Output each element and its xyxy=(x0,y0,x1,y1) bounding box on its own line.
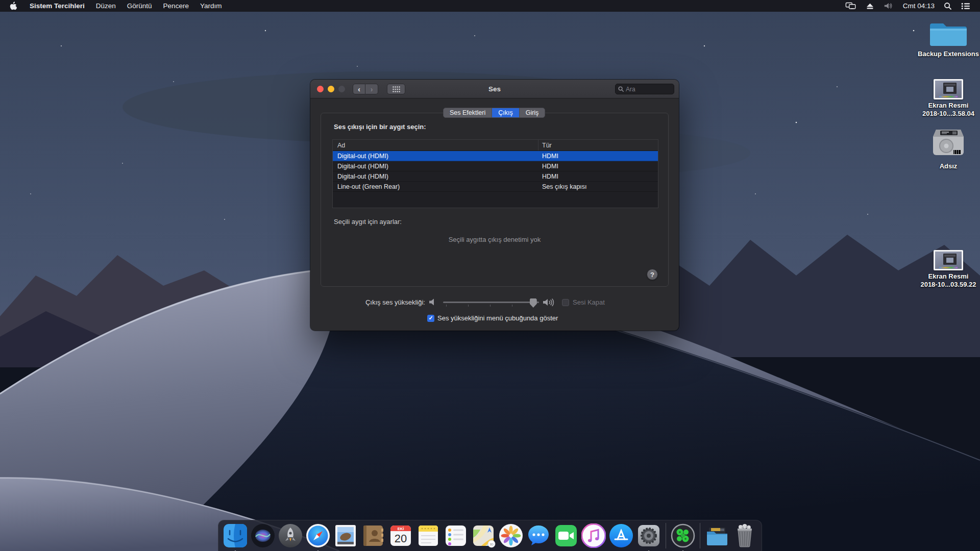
table-header: Ad Tür xyxy=(333,140,658,151)
menu-item-app-name[interactable]: Sistem Tercihleri xyxy=(24,0,90,12)
tab-ses-efektleri[interactable]: Ses Efektleri xyxy=(444,108,492,117)
dock-facetime-icon[interactable] xyxy=(553,523,579,548)
dock-trash-icon[interactable] xyxy=(732,523,757,548)
dock-contacts-icon[interactable] xyxy=(360,523,386,548)
calendar-day: 20 xyxy=(395,532,407,545)
slider-track[interactable] xyxy=(443,302,539,303)
window-titlebar[interactable]: ‹ › Ses xyxy=(310,80,679,98)
dock-siri-icon[interactable] xyxy=(250,523,276,548)
desktop-icon-label-line2: 2018-10...3.58.04 xyxy=(922,110,974,118)
tab-bar: Ses Efektleri Çıkış Giriş xyxy=(443,108,545,118)
output-volume-row: Çıkış ses yüksekliği: Sesi Kapat xyxy=(310,297,679,308)
desktop-icon-label-line2: 2018-10...03.59.22 xyxy=(920,281,976,289)
speaker-loud-icon xyxy=(543,298,557,308)
nav-buttons: ‹ › xyxy=(353,84,378,94)
eject-icon[interactable] xyxy=(861,3,879,10)
slider-tick xyxy=(490,305,491,307)
help-button[interactable]: ? xyxy=(647,269,658,280)
calendar-month: EKİ xyxy=(398,527,404,531)
dock-safari-icon[interactable] xyxy=(305,523,331,548)
screenshot-thumbnail-icon xyxy=(934,250,963,270)
menu-item-duzen[interactable]: Düzen xyxy=(90,0,121,12)
show-volume-in-menubar-row: ✓ Ses yüksekliğini menü çubuğunda göster xyxy=(427,314,558,322)
dock-maps-icon[interactable]: 3D xyxy=(471,523,496,548)
minimize-button[interactable] xyxy=(328,86,334,92)
slider-tick xyxy=(446,305,447,307)
mute-label: Sesi Kapat xyxy=(573,298,605,306)
dock-reminders-icon[interactable] xyxy=(443,523,469,548)
menu-item-goruntu[interactable]: Görüntü xyxy=(121,0,158,12)
dock-finder-icon[interactable] xyxy=(223,523,248,548)
notification-center-icon[interactable] xyxy=(957,3,975,10)
device-name: Digital-out (HDMI) xyxy=(333,163,538,170)
spotlight-search-icon[interactable] xyxy=(939,2,957,10)
sound-preferences-window: ‹ › Ses Ses Efektleri Çıkış Giriş Ses çı xyxy=(310,80,679,331)
dock-itunes-icon[interactable] xyxy=(581,523,606,548)
dock-app-store-icon[interactable] xyxy=(608,523,634,548)
device-type: Ses çıkış kapısı xyxy=(538,183,658,190)
screenshot-thumbnail-icon xyxy=(934,79,963,99)
traffic-lights xyxy=(317,86,345,92)
dock-launchpad-icon[interactable] xyxy=(278,523,303,548)
show-all-button[interactable] xyxy=(387,84,405,94)
output-device-table: Ad Tür Digital-out (HDMI) HDMI Digital-o… xyxy=(332,139,658,208)
desktop-icon-label: Adsız xyxy=(940,162,958,170)
dock-messages-icon[interactable] xyxy=(526,523,551,548)
menubar-volume-checkbox[interactable]: ✓ xyxy=(427,315,434,322)
table-row[interactable]: Digital-out (HDMI) HDMI xyxy=(333,161,658,171)
device-name: Digital-out (HDMI) xyxy=(333,153,538,160)
desktop-icon-backup-extensions[interactable]: Backup Extensions xyxy=(905,19,980,58)
search-field[interactable] xyxy=(615,84,674,94)
device-type: HDMI xyxy=(538,153,658,160)
close-button[interactable] xyxy=(317,86,324,92)
column-header-tur[interactable]: Tür xyxy=(538,142,658,149)
dock-notes-icon[interactable] xyxy=(415,523,441,548)
dock-downloads-folder-icon[interactable] xyxy=(704,523,730,548)
grid-icon xyxy=(393,86,400,92)
search-icon xyxy=(618,86,624,92)
dock-patcher-app-icon[interactable] xyxy=(670,523,696,548)
apple-menu-icon[interactable] xyxy=(9,2,17,11)
back-button[interactable]: ‹ xyxy=(353,84,365,94)
device-type: HDMI xyxy=(538,163,658,170)
hard-disk-icon xyxy=(932,127,965,160)
tab-cikis[interactable]: Çıkış xyxy=(492,108,519,117)
table-row[interactable]: Digital-out (HDMI) HDMI xyxy=(333,151,658,161)
svg-text:3D: 3D xyxy=(489,543,494,546)
speaker-quiet-icon xyxy=(429,298,437,308)
tab-giris[interactable]: Giriş xyxy=(520,108,545,117)
desktop-icon-adsiz-disk[interactable]: Adsız xyxy=(905,127,980,170)
mute-checkbox-disabled xyxy=(562,299,569,306)
device-section-label: Ses çıkışı için bir aygıt seçin: xyxy=(334,123,426,131)
slider-thumb[interactable] xyxy=(530,298,537,308)
dock-mail-icon[interactable] xyxy=(333,523,358,548)
empty-settings-message: Seçili aygıtta çıkış denetimi yok xyxy=(321,236,668,243)
device-type: HDMI xyxy=(538,173,658,180)
desktop-icon-label: Ekran Resmi xyxy=(928,102,969,110)
slider-tick xyxy=(468,305,469,307)
dock-calendar-icon[interactable]: EKİ 20 xyxy=(388,523,413,548)
output-group-box: Ses çıkışı için bir aygıt seçin: Ad Tür … xyxy=(321,113,669,287)
dock-system-preferences-icon[interactable] xyxy=(636,523,662,548)
search-input[interactable] xyxy=(626,86,670,93)
menubar-clock[interactable]: Cmt 04:13 xyxy=(898,2,939,10)
desktop-icon-screenshot-2[interactable]: Ekran Resmi 2018-10...03.59.22 xyxy=(905,250,980,289)
table-row[interactable]: Digital-out (HDMI) HDMI xyxy=(333,171,658,182)
menu-item-pencere[interactable]: Pencere xyxy=(158,0,194,12)
desktop-icon-label: Ekran Resmi xyxy=(928,272,969,281)
menubar-status-area: Cmt 04:13 xyxy=(841,2,975,10)
folder-icon xyxy=(930,19,967,48)
table-row[interactable]: Line-out (Green Rear) Ses çıkış kapısı xyxy=(333,182,658,192)
chevron-right-icon: › xyxy=(371,86,373,93)
chevron-left-icon: ‹ xyxy=(358,86,360,93)
menu-item-yardim[interactable]: Yardım xyxy=(194,0,228,12)
dock-photos-icon[interactable] xyxy=(498,523,524,548)
volume-muted-icon[interactable] xyxy=(879,2,898,10)
column-header-ad[interactable]: Ad xyxy=(333,140,538,151)
volume-slider[interactable] xyxy=(443,297,539,308)
desktop-icon-screenshot-1[interactable]: Ekran Resmi 2018-10...3.58.04 xyxy=(905,79,980,118)
volume-label: Çıkış ses yüksekliği: xyxy=(365,298,425,306)
display-mirroring-icon[interactable] xyxy=(841,2,861,10)
zoom-button-disabled xyxy=(338,86,345,92)
settings-label: Seçili aygıt için ayarlar: xyxy=(334,218,402,226)
